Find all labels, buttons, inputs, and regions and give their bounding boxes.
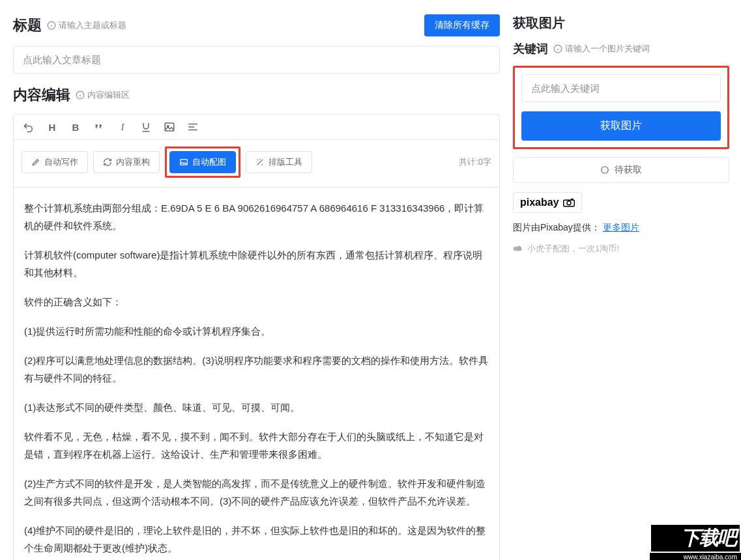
info-icon: [76, 91, 85, 100]
provider-line: 图片由Pixabay提供： 更多图片: [513, 222, 729, 234]
undo-icon[interactable]: [23, 121, 35, 133]
content-hint: 内容编辑区: [76, 89, 130, 101]
keyword-input[interactable]: [521, 74, 721, 102]
image-icon: [179, 158, 188, 167]
keyword-hint: 请输入一个图片关键词: [553, 43, 650, 55]
editor-paragraph: 软件的正确含义如下：: [24, 293, 489, 311]
bold-icon[interactable]: B: [70, 121, 81, 133]
editor-card: H B I 自动写作: [13, 114, 500, 560]
camera-icon: [563, 198, 575, 207]
more-images-link[interactable]: 更多图片: [603, 222, 639, 232]
editor-paragraph: 计算机软件(computer software)是指计算机系统中除硬件以外的所有…: [24, 246, 489, 281]
svg-rect-2: [165, 123, 174, 131]
title-hint: 请输入主题或标题: [47, 20, 126, 31]
editor-paragraph: (1)表达形式不同的硬件类型、颜色、味道、可见、可摸、可闻。: [24, 399, 489, 416]
info-icon: [553, 44, 562, 53]
highlight-auto-image: 自动配图: [165, 147, 240, 178]
keyword-highlight-box: 获取图片: [513, 66, 729, 149]
editor-paragraph: (4)维护不同的硬件是旧的，理论上软件是旧的，并不坏，但实际上软件也是旧的和坏的…: [24, 522, 489, 557]
heading-icon[interactable]: H: [46, 121, 58, 133]
wand-icon: [255, 158, 265, 167]
watermark: 下载吧 www.xiazaiba.com: [650, 524, 741, 560]
align-icon[interactable]: [187, 121, 199, 133]
editor-paragraph: 软件看不见，无色，枯燥，看不见，摸不到，闻不到。软件大部分存在于人们的头脑或纸上…: [24, 428, 489, 463]
svg-point-6: [602, 167, 609, 174]
format-toolbar: H B I: [14, 115, 499, 140]
editor-paragraph: (2)生产方式不同的软件是开发，是人类智能的高发挥，而不是传统意义上的硬件制造。…: [24, 475, 489, 510]
content-label: 内容编辑: [13, 85, 70, 105]
char-count: 共计:0字: [459, 156, 491, 168]
title-header: 标题 请输入主题或标题 清除所有缓存: [13, 14, 500, 36]
svg-rect-9: [571, 199, 574, 200]
title-input[interactable]: [13, 46, 500, 74]
fetch-image-title: 获取图片: [513, 14, 729, 32]
italic-icon[interactable]: I: [117, 121, 128, 133]
layout-tool-button[interactable]: 排版工具: [246, 151, 312, 173]
underline-icon[interactable]: [140, 121, 152, 133]
clear-cache-button[interactable]: 清除所有缓存: [424, 14, 500, 36]
pixabay-badge: pixabay: [513, 192, 582, 213]
editor-paragraph: (2)程序可以满意地处理信息的数据结构。(3)说明程序功能要求和程序需要的文档的…: [24, 352, 489, 387]
editor-paragraph: (1)提供运行时所需功能和性能的命令或计算机程序集合。: [24, 322, 489, 340]
quote-icon[interactable]: [93, 121, 105, 133]
auto-image-button[interactable]: 自动配图: [169, 151, 236, 173]
pencil-icon: [31, 158, 40, 167]
refresh-icon: [103, 158, 112, 167]
action-toolbar: 自动写作 内容重构 自动配图 排版工具: [14, 140, 499, 188]
cloud-icon: [513, 245, 523, 253]
keyword-header: 关键词 请输入一个图片关键词: [513, 41, 729, 57]
auto-write-button[interactable]: 自动写作: [22, 151, 88, 173]
fetch-image-button[interactable]: 获取图片: [521, 111, 721, 141]
editor-body[interactable]: 整个计算机系统由两部分组成：E.69DA 5 E 6 BA 9062616964…: [14, 188, 499, 557]
image-icon[interactable]: [164, 121, 175, 133]
keyword-label: 关键词: [513, 41, 548, 57]
pending-button[interactable]: 待获取: [513, 157, 729, 183]
title-label: 标题: [13, 16, 42, 35]
info-icon: [47, 21, 56, 30]
editor-paragraph: 整个计算机系统由两部分组成：E.69DA 5 E 6 BA 9062616964…: [24, 199, 489, 234]
svg-point-8: [567, 201, 571, 205]
circle-icon: [600, 165, 609, 175]
footer-note: 小虎子配图，一次1淘币!: [513, 243, 729, 255]
restructure-button[interactable]: 内容重构: [93, 151, 160, 173]
